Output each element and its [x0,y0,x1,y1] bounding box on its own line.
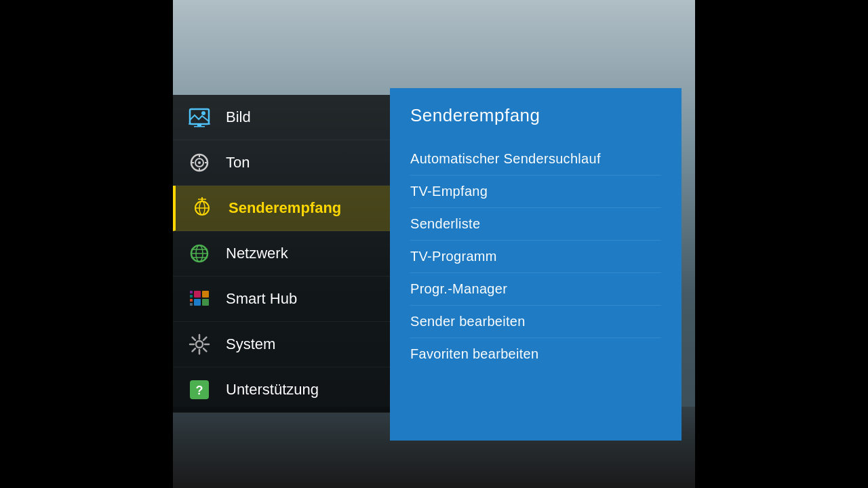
sidebar-label-ton: Ton [226,154,250,171]
smarthub-icon [186,286,212,312]
image-icon [186,104,212,130]
panel-title: Senderempfang [410,105,661,126]
sidebar-menu: Bild Ton [173,95,390,413]
sidebar-item-ton[interactable]: Ton [173,140,390,186]
svg-point-6 [198,161,201,164]
svg-rect-28 [190,303,193,306]
panel-item-tv-programm[interactable]: TV-Programm [410,241,661,273]
sidebar-label-smarthub: Smart Hub [226,290,297,308]
svg-rect-3 [194,126,205,127]
sidebar-item-bild[interactable]: Bild [173,95,390,140]
sidebar-label-bild: Bild [226,108,251,126]
svg-rect-21 [194,291,201,298]
panel-item-sender-bearbeiten[interactable]: Sender bearbeiten [410,306,661,338]
panel-item-progr-manager[interactable]: Progr.-Manager [410,273,661,306]
svg-point-29 [196,341,203,348]
svg-point-1 [201,111,205,115]
right-panel: Senderempfang Automatischer Sendersuchla… [390,88,682,441]
sidebar-item-system[interactable]: System [173,322,390,367]
sidebar-item-smarthub[interactable]: Smart Hub [173,277,390,322]
panel-item-auto-scan[interactable]: Automatischer Sendersuchlauf [410,143,661,176]
black-border-right [695,0,868,488]
sidebar-item-senderempfang[interactable]: Senderempfang [173,186,390,231]
sidebar-label-unterstuetzung: Unterstützung [226,381,319,399]
sidebar-item-unterstuetzung[interactable]: ? Unterstützung [173,367,390,413]
svg-rect-26 [190,295,193,298]
svg-rect-24 [202,299,209,306]
svg-rect-27 [190,299,193,302]
svg-rect-23 [194,299,201,306]
sidebar-label-senderempfang: Senderempfang [229,199,341,217]
black-border-left [0,0,173,488]
panel-item-tv-empfang[interactable]: TV-Empfang [410,176,661,208]
system-icon [186,331,212,357]
sidebar-label-system: System [226,336,275,353]
panel-item-favoriten-bearbeiten[interactable]: Favoriten bearbeiten [410,338,661,370]
support-icon: ? [186,377,212,403]
svg-rect-2 [197,124,201,126]
sound-icon [186,150,212,176]
svg-text:?: ? [196,384,203,397]
tv-screen: Bild Ton [173,0,695,488]
svg-rect-22 [202,291,209,298]
svg-rect-25 [190,291,193,293]
network-icon [186,241,212,266]
panel-item-senderliste[interactable]: Senderliste [410,208,661,241]
sidebar-item-netzwerk[interactable]: Netzwerk [173,231,390,277]
sidebar-label-netzwerk: Netzwerk [226,245,288,262]
antenna-icon [189,195,215,221]
